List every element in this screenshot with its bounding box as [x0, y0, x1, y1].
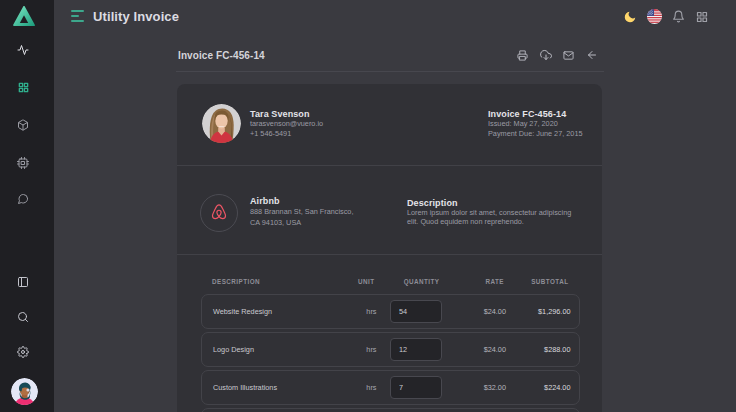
item-unit: hrs: [331, 383, 377, 392]
sidebar-item-settings[interactable]: [11, 340, 35, 364]
sidebar-item-components[interactable]: [11, 113, 35, 137]
table-row-partial: [201, 408, 580, 412]
vuero-logo-icon[interactable]: [13, 6, 35, 26]
message-circle-icon: [17, 193, 29, 205]
sidebar-item-messages[interactable]: [11, 187, 35, 211]
table-row: Logo Design hrs $24.00 $288.00: [201, 332, 580, 367]
invoice-card: Tara Svenson tarasvenson@vuero.io +1 546…: [177, 84, 602, 412]
arrow-left-icon: [586, 49, 598, 61]
back-button[interactable]: [584, 48, 599, 63]
item-rate: $24.00: [442, 307, 507, 316]
col-header-quantity: QUANTITY: [375, 278, 440, 285]
client-phone: +1 546-5491: [250, 129, 323, 139]
item-subtotal: $288.00: [506, 345, 571, 354]
client-avatar: [202, 104, 241, 143]
col-header-rate: RATE: [440, 278, 505, 285]
user-avatar[interactable]: [11, 378, 38, 405]
dark-mode-toggle[interactable]: [618, 4, 642, 30]
company-address-1: 888 Brannan St, San Francisco,: [250, 206, 353, 217]
send-mail-button[interactable]: [561, 48, 576, 63]
sidebar-item-dashboards[interactable]: [11, 76, 35, 100]
company-name: Airbnb: [250, 196, 353, 206]
quantity-input[interactable]: [390, 338, 442, 361]
notifications-button[interactable]: [666, 4, 690, 30]
settings-gear-icon: [17, 346, 29, 358]
sidebar-item-elements[interactable]: [11, 151, 35, 175]
description-text-1: Lorem ipsum dolor sit amet, consectetur …: [407, 208, 582, 217]
table-row: Custom Illustrations hrs $32.00 $224.00: [201, 370, 580, 405]
company-address-2: CA 94103, USA: [250, 217, 353, 228]
search-icon: [17, 311, 29, 323]
menu-toggle-icon[interactable]: [71, 10, 84, 22]
send-to-cloud-button[interactable]: [538, 48, 553, 63]
cloud-download-icon: [540, 49, 552, 61]
table-row: Website Redesign hrs $24.00 $1,296.00: [201, 294, 580, 329]
main-sidebar: [0, 0, 54, 412]
bell-icon: [672, 10, 685, 23]
col-header-subtotal: SUBTOTAL: [504, 278, 569, 285]
item-description: Custom Illustrations: [213, 383, 331, 392]
sidebar-item-activity[interactable]: [11, 38, 35, 62]
item-subtotal: $224.00: [506, 383, 571, 392]
language-selector[interactable]: [642, 4, 666, 30]
us-flag-icon: [647, 9, 662, 24]
item-description: Logo Design: [213, 345, 331, 354]
item-unit: hrs: [331, 345, 377, 354]
cpu-icon: [17, 157, 29, 169]
item-rate: $32.00: [442, 383, 507, 392]
sidebar-item-search[interactable]: [11, 305, 35, 329]
invoice-due-date: Payment Due: June 27, 2015: [488, 129, 583, 139]
quantity-input[interactable]: [390, 376, 442, 399]
apps-grid-icon: [696, 11, 708, 23]
item-rate: $24.00: [442, 345, 507, 354]
item-unit: hrs: [331, 307, 377, 316]
description-text-2: elit. Quod equidem non reprehendo.: [407, 217, 582, 226]
box-icon: [17, 119, 29, 131]
sidebar-panel-icon: [17, 276, 29, 288]
client-email: tarasvenson@vuero.io: [250, 119, 323, 129]
items-table-header: DESCRIPTION UNIT QUANTITY RATE SUBTOTAL: [212, 278, 569, 285]
item-description: Website Redesign: [213, 307, 331, 316]
page-title: Invoice FC-456-14: [178, 50, 265, 61]
client-name: Tara Svenson: [250, 109, 323, 119]
printer-icon: [517, 50, 528, 61]
quantity-input[interactable]: [390, 300, 442, 323]
invoice-issued-date: Issued: May 27, 2020: [488, 119, 583, 129]
description-heading: Description: [407, 198, 582, 208]
top-navbar: Utility Invoice: [54, 0, 736, 33]
moon-icon: [623, 10, 637, 24]
airbnb-logo-icon: [208, 202, 230, 224]
col-header-description: DESCRIPTION: [212, 278, 329, 285]
items-table-body: Website Redesign hrs $24.00 $1,296.00 Lo…: [201, 294, 580, 408]
print-button[interactable]: [515, 48, 530, 63]
col-header-unit: UNIT: [329, 278, 375, 285]
item-subtotal: $1,296.00: [506, 307, 571, 316]
company-logo: [200, 194, 238, 232]
invoice-number: Invoice FC-456-14: [488, 109, 583, 119]
sidebar-item-panels[interactable]: [11, 270, 35, 294]
apps-menu-button[interactable]: [690, 4, 714, 30]
navbar-title: Utility Invoice: [93, 0, 179, 33]
mail-icon: [563, 50, 574, 61]
grid-icon: [18, 82, 29, 93]
activity-icon: [17, 44, 29, 56]
